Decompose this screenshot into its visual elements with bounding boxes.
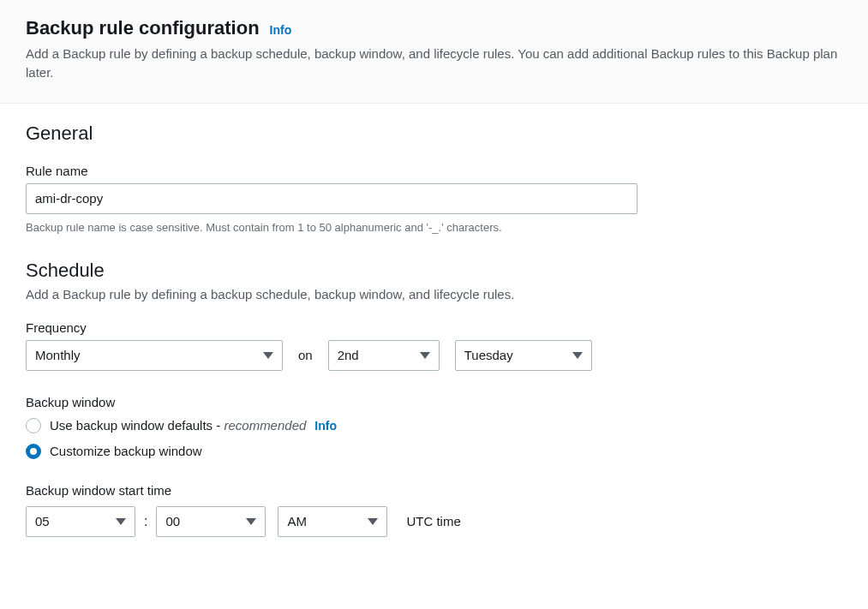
- schedule-description: Add a Backup rule by defining a backup s…: [26, 287, 842, 302]
- chevron-down-icon: [368, 518, 378, 525]
- info-link[interactable]: Info: [314, 419, 337, 433]
- on-label: on: [298, 348, 313, 362]
- rule-name-label: Rule name: [26, 164, 842, 178]
- day-value: Tuesday: [464, 348, 513, 362]
- frequency-value: Monthly: [35, 348, 81, 362]
- chevron-down-icon: [263, 352, 273, 359]
- day-select[interactable]: Tuesday: [455, 340, 592, 371]
- chevron-down-icon: [246, 518, 256, 525]
- panel-title: Backup rule configuration: [26, 17, 260, 39]
- schedule-section-title: Schedule: [26, 260, 842, 282]
- radio-circle-icon: [26, 418, 41, 433]
- rule-name-helper: Backup rule name is case sensitive. Must…: [26, 221, 842, 234]
- chevron-down-icon: [116, 518, 126, 525]
- start-ampm-select[interactable]: AM: [278, 506, 387, 537]
- start-time-label: Backup window start time: [26, 483, 842, 498]
- frequency-select[interactable]: Monthly: [26, 340, 283, 371]
- time-colon: :: [144, 514, 147, 529]
- rule-name-input[interactable]: [26, 183, 638, 214]
- chevron-down-icon: [572, 352, 583, 359]
- chevron-down-icon: [420, 352, 430, 359]
- panel-description: Add a Backup rule by defining a backup s…: [26, 45, 842, 82]
- radio-defaults-label: Use backup window defaults - recommended: [50, 418, 306, 433]
- backup-window-label: Backup window: [26, 395, 842, 409]
- ordinal-value: 2nd: [338, 348, 359, 362]
- start-hour-value: 05: [35, 514, 50, 528]
- radio-circle-selected-icon: [26, 444, 41, 459]
- start-ampm-value: AM: [287, 514, 307, 528]
- utc-label: UTC time: [406, 514, 460, 528]
- ordinal-select[interactable]: 2nd: [328, 340, 440, 371]
- start-hour-select[interactable]: 05: [26, 506, 135, 537]
- radio-customize-label: Customize backup window: [50, 444, 202, 458]
- info-link[interactable]: Info: [270, 23, 292, 37]
- start-minute-select[interactable]: 00: [156, 506, 266, 537]
- general-section-title: General: [26, 122, 842, 145]
- radio-defaults[interactable]: Use backup window defaults - recommended…: [26, 418, 842, 433]
- start-minute-value: 00: [165, 514, 180, 528]
- radio-customize[interactable]: Customize backup window: [26, 444, 842, 459]
- frequency-label: Frequency: [26, 320, 842, 335]
